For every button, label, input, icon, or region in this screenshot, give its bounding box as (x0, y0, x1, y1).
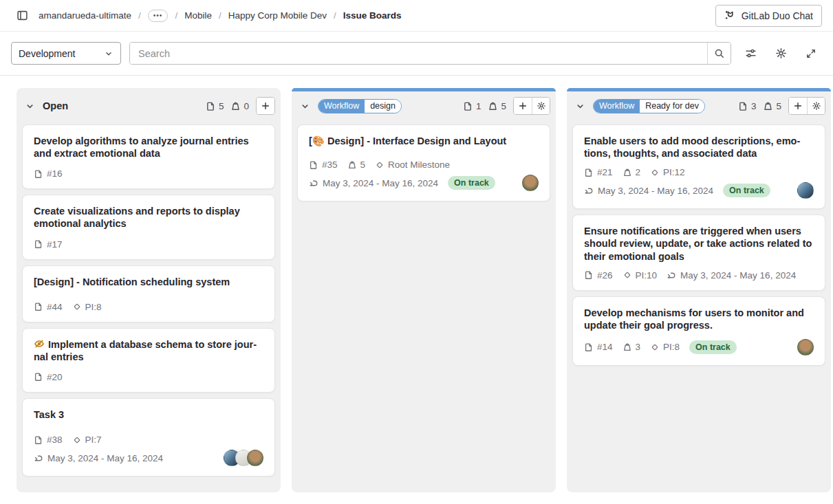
issue-title[interactable]: Enable users to add mood descriptions, e… (584, 135, 814, 160)
issue-card[interactable]: Develop mechanisms for users to monitor … (572, 296, 825, 366)
board-settings-button[interactable] (770, 43, 792, 65)
iteration-icon (584, 186, 594, 196)
issue-ref-value: #14 (597, 342, 613, 352)
breadcrumb-project[interactable]: Happy Corp Mobile Dev (228, 10, 327, 21)
expand-fullscreen-button[interactable] (800, 43, 822, 65)
breadcrumb-separator: / (219, 10, 221, 21)
board-column-workflow-design: Workflow design 1 5 [🎨 Des (292, 88, 556, 492)
health-status-badge: On track (723, 184, 770, 197)
breadcrumb-subgroup[interactable]: Mobile (184, 10, 212, 21)
breadcrumb-separator: / (175, 10, 177, 21)
add-issue-button[interactable] (257, 98, 274, 114)
issue-icon (34, 372, 43, 382)
iteration-icon (34, 453, 44, 463)
column-settings-button[interactable] (532, 98, 550, 114)
issue-card[interactable]: [🎨 Design] - Interface Design and Layout… (297, 124, 550, 201)
milestone-diamond-icon (72, 435, 82, 445)
issue-card[interactable]: Enable users to add mood descriptions, e… (572, 124, 825, 209)
issue-title[interactable]: Task 3 (34, 408, 263, 421)
milestone-value: PI:10 (636, 270, 658, 281)
avatar[interactable] (797, 182, 814, 199)
assignee-avatars (797, 339, 814, 355)
collapse-column-button[interactable] (296, 97, 314, 115)
search-input[interactable] (130, 43, 707, 64)
issue-reference: #17 (34, 239, 63, 250)
issue-ref-value: #20 (47, 372, 63, 382)
weight-count-value: 0 (244, 101, 249, 111)
label-value: design (365, 100, 401, 113)
sidebar-toggle-button[interactable] (11, 5, 33, 27)
issue-icon (34, 302, 43, 311)
breadcrumb-ellipsis-button[interactable]: ••• (148, 10, 169, 22)
issue-title[interactable]: Develop mechanisms for users to monitor … (584, 307, 814, 331)
issue-icon (463, 101, 473, 111)
weight-icon (347, 160, 357, 170)
milestone-value: PI:7 (85, 435, 102, 445)
weight-count: 5 (488, 101, 506, 111)
board-search (129, 42, 731, 65)
issue-title[interactable]: Ensure notifications are triggered when … (584, 225, 814, 262)
scoped-label[interactable]: Workflow design (318, 99, 402, 113)
avatar[interactable] (247, 450, 263, 466)
issue-card[interactable]: Implement a database schema to store jou… (22, 328, 275, 393)
weight-icon (623, 168, 632, 177)
collapse-column-button[interactable] (571, 97, 589, 115)
label-scope: Workflow (594, 100, 640, 113)
board-toolbar: Development (0, 32, 833, 76)
milestone-value: PI:12 (663, 167, 685, 177)
weight-count-value: 5 (776, 101, 781, 111)
board-switcher-dropdown[interactable]: Development (11, 42, 121, 65)
weight-value: 2 (636, 167, 641, 177)
expand-icon (805, 48, 816, 59)
issue-card[interactable]: [Design] - Notification scheduling syste… (22, 265, 275, 322)
issue-count-value: 3 (751, 101, 757, 111)
weight-icon (763, 101, 773, 111)
add-issue-button[interactable] (514, 98, 532, 114)
issue-count-value: 1 (476, 101, 482, 111)
breadcrumb-group[interactable]: amandarueda-ultimate (39, 10, 131, 21)
health-status-badge: On track (689, 340, 737, 354)
weight-count-value: 5 (501, 101, 506, 111)
issue-reference: #16 (34, 168, 63, 179)
issue-reference: #38 (34, 435, 63, 445)
avatar[interactable] (522, 175, 539, 191)
duo-ai-icon (724, 10, 736, 21)
issue-title[interactable]: [Design] - Notification scheduling syste… (34, 276, 263, 288)
card-list: Develop algorithms to analyze journal en… (17, 120, 281, 482)
issue-icon (34, 435, 43, 445)
milestone: PI:10 (623, 270, 658, 281)
issue-icon (206, 101, 216, 111)
board-config-sliders-button[interactable] (739, 43, 761, 65)
issue-title[interactable]: Create visualizations and reports to dis… (34, 205, 263, 230)
column-settings-button[interactable] (807, 98, 825, 114)
issue-title[interactable]: Implement a database schema to store jou… (34, 338, 263, 363)
issue-card[interactable]: Task 3 #38 PI:7 May 3, 2024 - May 16, 20… (22, 398, 275, 476)
iteration-icon (309, 178, 319, 188)
issue-card[interactable]: Develop algorithms to analyze journal en… (22, 124, 275, 189)
top-bar: amandarueda-ultimate / ••• / Mobile / Ha… (0, 0, 833, 32)
issue-icon (584, 168, 594, 177)
issue-title[interactable]: Develop algorithms to analyze journal en… (34, 135, 263, 160)
scoped-label[interactable]: Workflow Ready for dev (593, 99, 705, 113)
issue-card[interactable]: Ensure notifications are triggered when … (572, 215, 825, 290)
add-issue-button[interactable] (789, 98, 807, 114)
search-icon (714, 48, 725, 59)
board-column-workflow-ready-for-dev: Workflow Ready for dev 3 5 (567, 88, 831, 492)
gitlab-duo-chat-button[interactable]: GitLab Duo Chat (715, 5, 822, 27)
health-status-badge: On track (448, 176, 495, 190)
issue-reference: #20 (34, 372, 63, 382)
weight: 5 (347, 160, 366, 170)
assignee-avatars (797, 182, 814, 199)
iteration-value: May 3, 2024 - May 16, 2024 (680, 270, 796, 281)
milestone: PI:8 (72, 302, 102, 312)
search-submit-button[interactable] (707, 43, 731, 64)
board-column-open: Open 5 0 Develop algorithms to analyze j… (17, 88, 281, 492)
weight: 2 (623, 167, 641, 177)
issue-card[interactable]: Create visualizations and reports to dis… (22, 195, 275, 259)
avatar[interactable] (797, 339, 814, 355)
issue-title[interactable]: [🎨 Design] - Interface Design and Layout (309, 135, 539, 147)
issue-board: Open 5 0 Develop algorithms to analyze j… (0, 76, 833, 503)
collapse-column-button[interactable] (21, 97, 39, 115)
issue-icon (584, 342, 594, 352)
milestone-diamond-icon (650, 168, 660, 177)
